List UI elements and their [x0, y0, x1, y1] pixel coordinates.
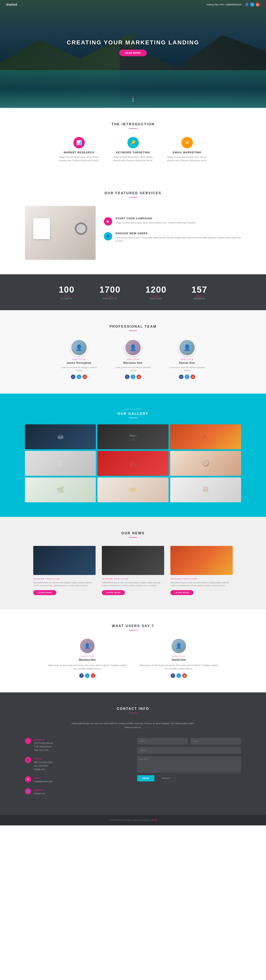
- gallery-figure-8: 🤲: [98, 477, 168, 502]
- test-1-twitter-icon[interactable]: t: [85, 673, 90, 678]
- gallery-item-9[interactable]: 💐: [170, 477, 241, 502]
- contact-address: 📍 ADDRESS 1547 Poultry Avenue3 Fort Stre…: [25, 738, 129, 752]
- team-3-facebook-icon[interactable]: f: [179, 374, 184, 379]
- test-avatar-1: 👤: [80, 639, 95, 653]
- intro-item-3-desc: Integer sit amet lacinia turpis. Nunc ul…: [166, 156, 208, 162]
- stat-designs-line: [153, 296, 159, 296]
- news-learn-more-3[interactable]: LEARN MORE: [170, 590, 194, 595]
- footer-link[interactable]: 8RTM: [151, 819, 157, 821]
- stat-awards-number: 157: [191, 285, 207, 294]
- avatar-img-2: 👤: [125, 340, 141, 355]
- test-1-gplus-icon[interactable]: g: [91, 673, 95, 678]
- stat-designs-label: DESIGNS: [146, 298, 167, 300]
- news-card-1: integer porttitor Nulla pellentesque ac …: [33, 546, 96, 595]
- twitter-icon[interactable]: t: [250, 3, 254, 6]
- team-role-3: JOB TITLE: [166, 358, 208, 360]
- team-3-gplus-icon[interactable]: g: [191, 374, 195, 379]
- team-1-gplus-icon[interactable]: g: [82, 374, 87, 379]
- team-member-2: 👤 JOB TITLE Mariama Noe Lorem ipsum lore…: [112, 339, 154, 379]
- email-icon: ✉: [25, 776, 31, 783]
- navigation: Stalled Visiting Site • PH: +1(800)00010…: [0, 0, 266, 9]
- gallery-item-4[interactable]: 🕊: [25, 451, 96, 476]
- test-name-1: Mariama Noe: [48, 658, 127, 661]
- stat-clients: 100 CLIENTS: [59, 285, 74, 300]
- gallery-item-8[interactable]: 🤲: [98, 477, 168, 502]
- test-2-facebook-icon[interactable]: f: [171, 673, 175, 678]
- team-2-facebook-icon[interactable]: f: [125, 374, 130, 379]
- gallery-item-5[interactable]: 🚲: [98, 451, 168, 476]
- gallery-figure-1: 🏔: [25, 424, 96, 449]
- testimonials-title: WHAT USERS SAY ?: [25, 624, 241, 628]
- contact-desc: Nulla pellentesque ac nunc non areit ele…: [71, 721, 195, 730]
- test-1-facebook-icon[interactable]: f: [79, 673, 84, 678]
- form-name-input[interactable]: [137, 738, 188, 745]
- service-text-1: Start Your Campaign Integer sit amet lac…: [115, 217, 196, 224]
- news-img-3: [170, 546, 233, 575]
- contact-section: CONTACT INFO Nulla pellentesque ac nunc …: [0, 692, 266, 815]
- team-2-twitter-icon[interactable]: t: [131, 374, 135, 379]
- team-1-facebook-icon[interactable]: f: [71, 374, 75, 379]
- test-2-gplus-icon[interactable]: g: [182, 673, 187, 678]
- gallery-section: OUR GALLERY OUR GALLERY 🏔 📷 🍂 🕊 🚲 🥥 🌿 🤲 …: [0, 394, 266, 517]
- news-learn-more-2[interactable]: LEARN MORE: [102, 590, 125, 595]
- team-1-twitter-icon[interactable]: t: [77, 374, 81, 379]
- team-avatar-1: 👤: [71, 339, 87, 356]
- gallery-item-2[interactable]: 📷: [98, 424, 168, 449]
- test-2-twitter-icon[interactable]: t: [176, 673, 181, 678]
- email-marketing-icon: ✉: [181, 137, 193, 148]
- team-2-gplus-icon[interactable]: g: [136, 374, 141, 379]
- team-social-2: f t g: [112, 374, 154, 379]
- intro-title: THE INTRODUCTION: [25, 123, 241, 126]
- services-grid: ▶ Start Your Campaign Integer sit amet l…: [25, 206, 241, 260]
- team-grid: 👤 JOB TITLE Jason Donoghue Lorem ipsum l…: [25, 339, 241, 379]
- gallery-item-6[interactable]: 🥥: [170, 451, 241, 476]
- contact-info-col: 📍 ADDRESS 1547 Poultry Avenue3 Fort Stre…: [25, 738, 129, 800]
- team-member-1: 👤 JOB TITLE Jason Donoghue Lorem ipsum l…: [58, 339, 100, 379]
- news-cat-1: integer porttitor: [33, 578, 96, 580]
- news-divider: [129, 537, 137, 538]
- hero-content: CREATING YOUR MARKETING LANDING READ MOR…: [67, 39, 199, 56]
- contact-email: ✉ EMAIL email@domain.com: [25, 776, 129, 783]
- service-2-title: Engage New Users: [115, 232, 241, 235]
- gallery-figure-3: 🍂: [170, 424, 241, 449]
- form-reset-button[interactable]: RESET: [157, 775, 176, 781]
- services-product-image: [25, 206, 96, 260]
- stats-section: 100 CLIENTS 1700 PROJECTS 1200 DESIGNS 1…: [0, 274, 266, 310]
- water-reflection: [0, 70, 266, 108]
- services-title: OUR FEATURED SERVICES: [25, 191, 241, 195]
- form-row-2: [137, 747, 241, 754]
- address-icon: 📍: [25, 738, 31, 744]
- service-item-2: 👤 Engage New Users Lorem ipsum dolor sit…: [104, 232, 241, 243]
- gallery-item-7[interactable]: 🌿: [25, 477, 96, 502]
- intro-item-3-title: Email Marketing: [166, 151, 208, 154]
- nav-social: f t g+: [245, 3, 260, 6]
- keyword-targeting-icon: 🔑: [127, 137, 139, 148]
- stat-projects-label: PROJECTS: [99, 298, 120, 300]
- stat-awards: 157 AWARDS: [191, 285, 207, 300]
- gallery-figure-5: 🚲: [98, 451, 168, 476]
- form-subject-input[interactable]: [137, 747, 241, 754]
- news-cat-3: integer porttitor: [170, 578, 233, 580]
- facebook-icon[interactable]: f: [245, 3, 249, 6]
- hero-dot-3: [132, 100, 134, 102]
- form-message-input[interactable]: [137, 756, 241, 773]
- intro-item-1-title: Market Research: [58, 151, 100, 154]
- news-section: OUR NEWS integer porttitor Nulla pellent…: [0, 517, 266, 609]
- form-send-button[interactable]: SEND: [137, 775, 154, 781]
- news-desc-2: Nulla pellentesque ac nunc non areit ele…: [102, 581, 164, 587]
- googleplus-icon[interactable]: g+: [256, 3, 260, 6]
- team-3-twitter-icon[interactable]: t: [185, 374, 189, 379]
- test-text-1: Ullamcorper sit amet turpis quis lacinia…: [48, 664, 127, 670]
- services-divider: [129, 197, 137, 197]
- engage-icon: 👤: [104, 232, 112, 240]
- gallery-figure-2: 📷: [98, 424, 168, 449]
- hero-read-more-button[interactable]: READ MORE: [119, 49, 147, 56]
- news-learn-more-1[interactable]: LEARN MORE: [33, 590, 56, 595]
- team-avatar-3: 👤: [179, 339, 195, 356]
- contact-grid: 📍 ADDRESS 1547 Poultry Avenue3 Fort Stre…: [25, 738, 241, 800]
- form-email-input[interactable]: [191, 738, 241, 745]
- gallery-divider: [129, 418, 137, 418]
- hero-dot-1: [132, 96, 134, 97]
- gallery-item-1[interactable]: 🏔: [25, 424, 96, 449]
- gallery-item-3[interactable]: 🍂: [170, 424, 241, 449]
